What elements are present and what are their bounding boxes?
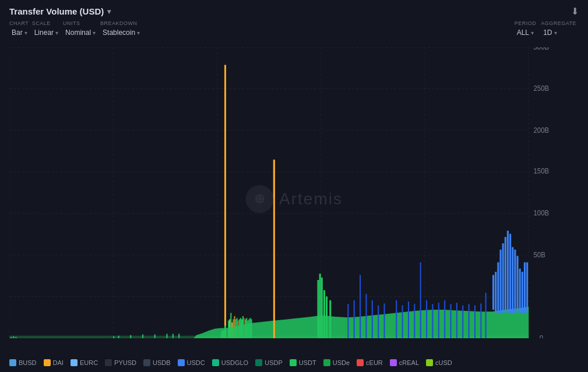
legend-color-swatch (105, 359, 112, 366)
header: Transfer Volume (USD) ▾ ⬇ (0, 0, 588, 20)
chart-label: CHART (9, 20, 30, 26)
period-label: PERIOD (515, 20, 537, 26)
svg-rect-95 (396, 300, 397, 338)
legend-item[interactable]: USDGLO (212, 359, 248, 366)
legend-item-label: DAI (53, 359, 64, 366)
legend-item[interactable]: cREAL (390, 359, 419, 366)
svg-rect-69 (492, 275, 494, 310)
legend-color-swatch (323, 359, 330, 366)
svg-rect-94 (383, 303, 385, 338)
legend-item-label: USDC (187, 359, 205, 366)
aggregate-value: 1D (543, 29, 552, 37)
legend-item[interactable]: BUSD (9, 359, 37, 366)
breakdown-arrow-icon: ▾ (137, 30, 140, 36)
svg-text:300B: 300B (533, 47, 549, 51)
legend-item[interactable]: EURC (71, 359, 98, 366)
svg-rect-88 (347, 304, 348, 338)
svg-rect-86 (317, 280, 319, 338)
svg-rect-98 (414, 304, 415, 338)
svg-rect-89 (354, 300, 355, 338)
svg-rect-106 (462, 305, 463, 338)
svg-rect-68 (329, 300, 331, 338)
period-control: PERIOD ALL ▾ (515, 20, 537, 38)
legend-color-swatch (143, 359, 150, 366)
units-control: UNITS Nominal ▾ (63, 20, 98, 38)
legend-item-label: cEUR (366, 359, 383, 366)
chart-legend: BUSDDAIEURCPYUSDUSDBUSDCUSDGLOUSDPUSDTUS… (0, 356, 588, 372)
legend-item-label: USDe (333, 359, 350, 366)
svg-rect-78 (514, 250, 516, 313)
svg-rect-34 (142, 334, 143, 338)
svg-text:0: 0 (540, 334, 544, 338)
svg-rect-92 (372, 300, 373, 338)
legend-item-label: USDP (265, 359, 283, 366)
legend-item[interactable]: USDe (323, 359, 350, 366)
usdt-bars (9, 65, 529, 338)
svg-rect-31 (113, 336, 114, 338)
breakdown-value: Stablecoin (103, 29, 135, 37)
svg-rect-67 (326, 296, 328, 338)
title-text: Transfer Volume (USD) (9, 6, 104, 16)
svg-rect-65 (321, 278, 323, 338)
legend-item[interactable]: cEUR (357, 359, 383, 366)
svg-rect-33 (130, 335, 131, 338)
svg-rect-29 (13, 336, 14, 338)
title-arrow-icon[interactable]: ▾ (107, 8, 111, 16)
period-select[interactable]: ALL ▾ (515, 27, 537, 38)
legend-item[interactable]: cUSD (426, 359, 452, 366)
controls-right: PERIOD ALL ▾ AGGREGATE 1D ▾ (515, 20, 579, 38)
legend-item-label: EURC (80, 359, 98, 366)
aggregate-control: AGGREGATE 1D ▾ (541, 20, 576, 38)
units-value: Nominal (65, 29, 91, 37)
legend-color-swatch (290, 359, 297, 366)
aggregate-select[interactable]: 1D ▾ (541, 27, 576, 38)
legend-item[interactable]: DAI (44, 359, 64, 366)
scale-label: SCALE (32, 20, 61, 26)
controls-bar: CHART Bar ▾ SCALE Linear ▾ UNITS Nominal… (0, 20, 588, 42)
svg-rect-42 (224, 65, 226, 338)
legend-item[interactable]: USDP (255, 359, 283, 366)
svg-rect-36 (166, 334, 167, 338)
svg-rect-97 (408, 302, 409, 338)
legend-item[interactable]: USDC (178, 359, 205, 366)
svg-rect-73 (502, 243, 504, 313)
units-label: UNITS (63, 20, 98, 26)
units-arrow-icon: ▾ (93, 30, 96, 36)
svg-rect-93 (378, 305, 379, 338)
svg-rect-81 (522, 272, 523, 313)
chart-value: Bar (12, 29, 23, 37)
breakdown-control: BREAKDOWN Stablecoin ▾ (100, 20, 142, 38)
aggregate-arrow-icon: ▾ (554, 30, 557, 36)
svg-rect-96 (402, 305, 403, 338)
svg-rect-91 (365, 294, 367, 338)
svg-rect-72 (499, 250, 501, 313)
legend-color-swatch (357, 359, 364, 366)
chart-svg: 300B 250B 200B 150B 100B 50B 0 Nov 28, '… (9, 47, 559, 338)
scale-select[interactable]: Linear ▾ (32, 27, 61, 38)
svg-rect-104 (450, 304, 451, 338)
chart-select[interactable]: Bar ▾ (9, 27, 30, 38)
legend-item[interactable]: USDB (143, 359, 171, 366)
download-icon[interactable]: ⬇ (571, 6, 579, 17)
period-arrow-icon: ▾ (531, 30, 534, 36)
legend-item[interactable]: PYUSD (105, 359, 136, 366)
legend-color-swatch (71, 359, 78, 366)
scale-arrow-icon: ▾ (55, 30, 58, 36)
svg-text:100B: 100B (533, 209, 549, 217)
svg-rect-85 (273, 160, 275, 197)
units-select[interactable]: Nominal ▾ (63, 27, 98, 38)
breakdown-label: BREAKDOWN (100, 20, 142, 26)
svg-rect-80 (519, 268, 521, 313)
breakdown-select[interactable]: Stablecoin ▾ (100, 27, 142, 38)
svg-rect-83 (526, 263, 528, 313)
svg-rect-71 (497, 263, 499, 313)
legend-item-label: USDT (299, 359, 316, 366)
legend-color-swatch (9, 359, 16, 366)
scale-value: Linear (34, 29, 54, 37)
svg-rect-75 (507, 231, 509, 313)
legend-color-swatch (255, 359, 262, 366)
svg-rect-105 (456, 303, 457, 338)
chart-arrow-icon: ▾ (24, 30, 27, 36)
svg-rect-100 (426, 300, 427, 338)
legend-item[interactable]: USDT (290, 359, 316, 366)
